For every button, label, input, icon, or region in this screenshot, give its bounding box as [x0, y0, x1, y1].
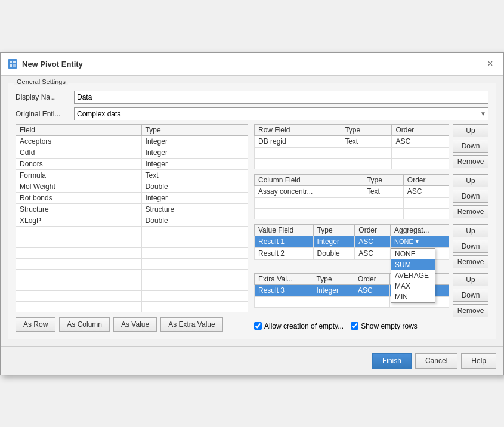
row-up-button[interactable]: Up — [453, 124, 488, 137]
field-type: Integer — [141, 135, 248, 147]
extra-up-button[interactable]: Up — [453, 273, 488, 286]
display-name-label: Display Na... — [16, 93, 69, 101]
extra-order-value: ASC — [354, 284, 389, 296]
val-down-button[interactable]: Down — [453, 240, 488, 253]
as-extra-value-button[interactable]: As Extra Value — [160, 317, 222, 332]
table-row[interactable]: Result 1 Integer ASC NONE ▼ — [255, 236, 449, 247]
table-row[interactable]: Mol WeightDouble — [16, 181, 248, 192]
table-row[interactable]: DonorsInteger — [16, 158, 248, 169]
row-field-table-container: Row Field Type Order DB regid Te — [254, 124, 449, 169]
column-field-section: Column Field Type Order Assay concentr..… — [254, 174, 488, 219]
as-column-button[interactable]: As Column — [59, 317, 110, 332]
allow-creation-label: Allow creation of empty... — [264, 322, 344, 330]
field-name: Rot bonds — [16, 192, 142, 203]
field-col-header: Field — [16, 124, 142, 135]
aggregate-option-average[interactable]: AVERAGE — [391, 270, 435, 281]
extra-remove-button[interactable]: Remove — [453, 304, 488, 317]
val-type-value: Integer — [313, 236, 355, 247]
original-entity-label: Original Enti... — [16, 110, 69, 118]
extra-value-field-row: Extra Val... Type Order Aggregat... — [254, 273, 488, 317]
extra-field-side-buttons: Up Down Remove — [453, 273, 488, 317]
close-button[interactable]: × — [484, 58, 496, 70]
table-row[interactable]: StructureStructure — [16, 203, 248, 215]
extra-field-value: Result 3 — [255, 284, 313, 296]
cancel-button[interactable]: Cancel — [415, 353, 457, 369]
field-name: Formula — [16, 169, 142, 181]
spacer-row — [255, 208, 449, 219]
as-value-button[interactable]: As Value — [113, 317, 157, 332]
action-buttons: As Row As Column As Value As Extra Value — [16, 317, 248, 332]
table-row[interactable]: Assay concentr... Text ASC — [255, 185, 449, 197]
field-name: Donors — [16, 158, 142, 169]
field-type: Structure — [141, 203, 248, 215]
row-remove-button[interactable]: Remove — [453, 155, 488, 168]
val-remove-button[interactable]: Remove — [453, 255, 488, 268]
col-up-button[interactable]: Up — [453, 174, 488, 187]
col-field-value: Assay concentr... — [255, 185, 363, 197]
col-order-value: ASC — [403, 185, 449, 197]
field-name: Structure — [16, 203, 142, 215]
column-field-table: Column Field Type Order Assay concentr..… — [254, 174, 449, 219]
dialog-title: New Pivot Entity — [22, 60, 83, 69]
extra-type-col: Type — [313, 273, 354, 284]
row-order-value: ASC — [392, 135, 449, 147]
original-entity-select-wrapper: Complex data ▼ — [74, 107, 488, 120]
val-up-button[interactable]: Up — [453, 224, 488, 237]
row-field-table: Row Field Type Order DB regid Te — [254, 124, 449, 169]
as-row-button[interactable]: As Row — [16, 317, 55, 332]
table-row[interactable]: FormulaText — [16, 169, 248, 181]
field-name: CdId — [16, 147, 142, 158]
table-row[interactable]: XLogPDouble — [16, 215, 248, 226]
row-field-section: Row Field Type Order DB regid Te — [254, 124, 488, 169]
extra-field-col: Extra Val... — [255, 273, 313, 284]
row-field-side-buttons: Up Down Remove — [453, 124, 488, 168]
right-panel: Row Field Type Order DB regid Te — [254, 124, 488, 332]
allow-creation-checkbox[interactable] — [254, 322, 262, 330]
table-row[interactable]: AcceptorsInteger — [16, 135, 248, 147]
spacer-row — [16, 269, 248, 280]
extra-order-col: Order — [354, 273, 389, 284]
column-field-table-container: Column Field Type Order Assay concentr..… — [254, 174, 449, 219]
row-down-button[interactable]: Down — [453, 140, 488, 153]
aggregate-option-none[interactable]: NONE — [391, 249, 435, 259]
val-order-col: Order — [355, 224, 391, 236]
column-field-row: Column Field Type Order Assay concentr..… — [254, 174, 488, 219]
main-content: Field Type AcceptorsIntegerCdIdIntegerDo… — [16, 124, 488, 332]
col-type-value: Text — [363, 185, 403, 197]
table-row[interactable]: CdIdInteger — [16, 147, 248, 158]
spacer-row — [16, 226, 248, 237]
help-button[interactable]: Help — [461, 353, 496, 369]
show-empty-rows-label: Show empty rows — [361, 322, 418, 330]
val-agg-value[interactable]: NONE ▼ NONE SUM AVERA — [390, 236, 449, 247]
svg-rect-3 — [13, 64, 16, 67]
field-type: Integer — [141, 192, 248, 203]
title-bar-left: New Pivot Entity — [8, 59, 83, 69]
table-row[interactable]: Rot bondsInteger — [16, 192, 248, 203]
aggregate-option-max[interactable]: MAX — [391, 281, 435, 292]
val-type-value2: Double — [313, 247, 355, 259]
value-field-table: Value Field Type Order Aggregat... — [254, 224, 449, 260]
val-order-value: ASC — [355, 236, 391, 247]
field-type: Double — [141, 181, 248, 192]
spacer-row — [16, 301, 248, 312]
col-down-button[interactable]: Down — [453, 190, 488, 203]
finish-button[interactable]: Finish — [372, 353, 412, 369]
aggregate-option-min[interactable]: MIN — [391, 292, 435, 302]
extra-down-button[interactable]: Down — [453, 289, 488, 302]
table-row[interactable]: DB regid Text ASC — [255, 135, 449, 147]
val-field-col: Value Field — [255, 224, 314, 236]
original-entity-select[interactable]: Complex data — [74, 107, 488, 120]
aggregate-option-sum[interactable]: SUM — [391, 259, 435, 270]
row-field-row: Row Field Type Order DB regid Te — [254, 124, 488, 169]
left-panel: Field Type AcceptorsIntegerCdIdIntegerDo… — [16, 124, 248, 332]
display-name-input[interactable] — [74, 91, 488, 104]
svg-rect-0 — [10, 61, 12, 63]
title-bar: New Pivot Entity × — [1, 53, 503, 76]
field-name: XLogP — [16, 215, 142, 226]
dropdown-arrow-icon: ▼ — [415, 239, 420, 245]
aggregate-dropdown[interactable]: NONE SUM AVERAGE MAX MIN — [391, 248, 435, 303]
show-empty-rows-checkbox[interactable] — [351, 322, 358, 330]
allow-creation-checkbox-item: Allow creation of empty... — [254, 322, 344, 330]
col-remove-button[interactable]: Remove — [453, 205, 488, 218]
spacer-row — [16, 280, 248, 290]
